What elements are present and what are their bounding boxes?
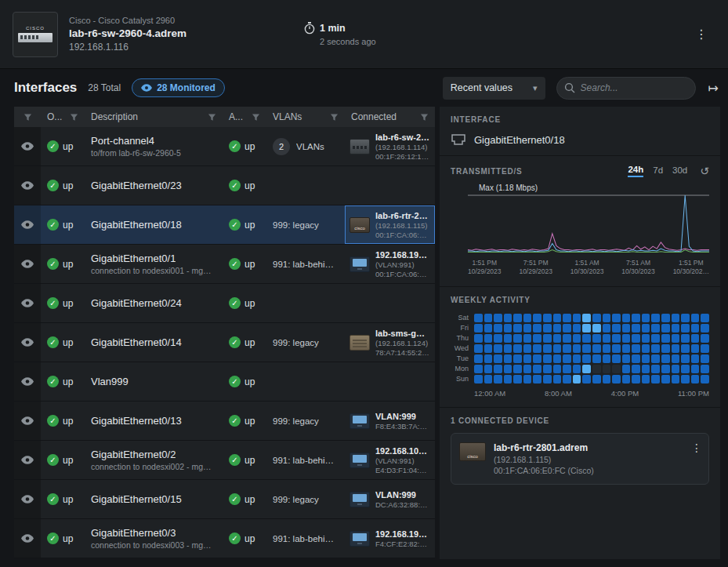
heatmap-cell	[701, 344, 709, 353]
table-row[interactable]: ✓ up GigabitEthernet0/24 ✓ up	[14, 284, 435, 323]
status-ok-icon: ✓	[47, 336, 59, 348]
heatmap-cell	[484, 344, 493, 353]
connected-device-card[interactable]: lab-r6-rtr-2801.adrem (192.168.1.115) 00…	[451, 433, 709, 485]
router-icon	[459, 442, 486, 461]
x-tick-label: 7:51 AM10/30/2023	[621, 259, 655, 277]
heatmap-cell	[622, 314, 631, 322]
heatmap-cell	[672, 354, 680, 363]
connected-line2: (192.168.1.124)	[375, 339, 430, 347]
eye-icon	[141, 84, 152, 92]
heatmap-cell	[622, 354, 631, 363]
monitor-eye-icon[interactable]	[21, 142, 34, 151]
heatmap-cell	[661, 375, 670, 383]
table-row[interactable]: ✓ up GigabitEthernet0/23 ✓ up	[14, 166, 435, 205]
heatmap-cell	[651, 344, 660, 353]
column-header-connected[interactable]: Connected	[345, 107, 435, 127]
interface-description: GigabitEthernet0/1	[91, 253, 176, 264]
filter-icon[interactable]	[208, 113, 216, 122]
connected-line3: DC:A6:32:88:80:D3…	[375, 500, 430, 509]
values-dropdown-value: Recent values	[451, 82, 512, 93]
tab-7d[interactable]: 7d	[653, 165, 663, 176]
heatmap-cell	[573, 314, 581, 322]
connected-device-icon	[350, 413, 370, 429]
connected-line2: (192.168.1.114)	[375, 143, 430, 151]
heatmap-cell	[513, 354, 522, 363]
column-header-monitor[interactable]	[14, 107, 41, 127]
table-row[interactable]: ✓ up GigabitEthernet0/13 ✓ up 999: legac…	[14, 402, 435, 441]
monitor-eye-icon[interactable]	[21, 377, 34, 386]
search-input[interactable]	[556, 77, 696, 100]
interface-description: GigabitEthernet0/13	[91, 415, 182, 427]
column-header-admin-status[interactable]: A...	[223, 107, 266, 127]
op-status-label: up	[63, 220, 73, 231]
heatmap-cell	[691, 334, 700, 343]
header-menu-button[interactable]: ⋮	[687, 24, 715, 45]
heatmap-cell	[513, 375, 522, 383]
tab-24h[interactable]: 24h	[628, 165, 643, 177]
heatmap-cell	[632, 314, 640, 322]
monitor-eye-icon[interactable]	[21, 495, 34, 503]
interfaces-table: O... Description A... VLANs	[14, 107, 435, 559]
heatmap-cell	[603, 314, 611, 322]
status-ok-icon: ✓	[229, 140, 241, 152]
filter-icon[interactable]	[70, 113, 78, 122]
heatmap-cell	[612, 314, 621, 322]
heatmap-cell	[632, 334, 640, 343]
heatmap-cell	[681, 365, 690, 373]
status-ok-icon: ✓	[47, 258, 59, 270]
filter-icon[interactable]	[420, 113, 429, 122]
monitor-eye-icon[interactable]	[21, 456, 34, 464]
column-header-oper-status[interactable]: O...	[41, 107, 85, 127]
monitor-eye-icon[interactable]	[21, 338, 34, 347]
table-row[interactable]: ✓ up GigabitEthernet0/18 ✓ up 999: legac…	[14, 205, 435, 245]
monitor-eye-icon[interactable]	[21, 416, 34, 425]
heatmap-cell	[582, 344, 591, 353]
connected-line1: 192.168.100.1	[375, 446, 430, 456]
table-row[interactable]: ✓ up GigabitEthernet0/1 connection to no…	[14, 245, 435, 284]
heatmap-cell	[603, 354, 611, 363]
table-row[interactable]: ✓ up GigabitEthernet0/2 connection to no…	[14, 441, 435, 480]
heatmap-cell	[504, 324, 512, 333]
op-status-label: up	[63, 416, 73, 427]
heatmap-cell	[494, 365, 502, 373]
table-row[interactable]: ✓ up GigabitEthernet0/3 connection to no…	[14, 519, 435, 558]
connected-line3: 00:1F:CA:06:E0:FC	[375, 231, 430, 239]
status-ok-icon: ✓	[229, 532, 241, 544]
heatmap-cell	[622, 344, 631, 353]
monitored-filter-pill[interactable]: 28 Monitored	[132, 78, 225, 97]
monitor-eye-icon[interactable]	[21, 260, 34, 268]
heatmap-cell	[592, 375, 601, 383]
status-ok-icon: ✓	[229, 297, 241, 309]
monitor-eye-icon[interactable]	[21, 220, 34, 229]
column-header-description[interactable]: Description	[85, 107, 223, 127]
heatmap-cell	[523, 334, 532, 343]
filter-icon[interactable]	[252, 113, 260, 122]
table-row[interactable]: ✓ up Port-channel4 to/from lab-r6-sw-296…	[14, 127, 435, 166]
history-icon[interactable]: ↺	[700, 165, 709, 177]
column-header-vlans[interactable]: VLANs	[266, 107, 345, 127]
table-row[interactable]: ✓ up GigabitEthernet0/15 ✓ up 999: legac…	[14, 480, 435, 519]
heatmap-cell	[632, 344, 640, 353]
heatmap-cell	[504, 365, 512, 373]
monitor-eye-icon[interactable]	[21, 299, 34, 307]
interface-description-sub: connection to nodesxi003 - mgm…	[91, 540, 216, 550]
heatmap-cell	[681, 314, 690, 322]
tab-30d[interactable]: 30d	[672, 165, 687, 176]
heatmap-cell	[651, 324, 660, 333]
device-card-menu-button[interactable]: ⋮	[691, 442, 702, 454]
collapse-panel-icon[interactable]: ↦	[707, 81, 720, 96]
filter-icon[interactable]	[330, 113, 339, 122]
heatmap-cell	[523, 324, 532, 333]
heatmap-cell	[632, 324, 640, 333]
heatmap-cell	[533, 344, 541, 353]
table-row[interactable]: ✓ up Vlan999 ✓ up	[14, 362, 435, 402]
monitor-eye-icon[interactable]	[21, 534, 34, 543]
monitor-eye-icon[interactable]	[21, 181, 34, 190]
table-row[interactable]: ✓ up GigabitEthernet0/14 ✓ up 999: legac…	[14, 323, 435, 362]
filter-icon[interactable]	[24, 113, 32, 122]
interface-description: GigabitEthernet0/23	[91, 180, 182, 191]
values-dropdown[interactable]: Recent values ▾	[443, 77, 545, 100]
status-ok-icon: ✓	[229, 219, 241, 231]
transmitted-title: TRANSMITTED/S	[451, 167, 523, 176]
status-ok-icon: ✓	[229, 180, 241, 191]
